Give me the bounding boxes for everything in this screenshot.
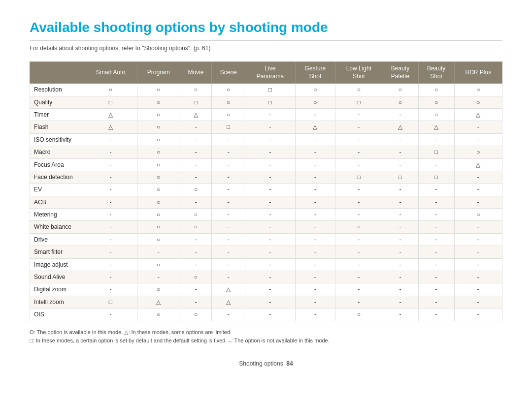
row-label-white-balance: White balance [30,221,84,233]
cell-r0-c7: ○ [382,84,418,96]
cell-r6-c3: - [212,158,245,171]
cell-r9-c7: - [382,196,418,208]
cell-r3-c0: △ [84,121,137,133]
cell-r4-c1: ○ [137,133,180,146]
cell-r16-c9: - [454,283,502,296]
cell-r14-c8: - [418,258,454,271]
cell-r18-c0: - [84,308,137,321]
header-empty [30,62,84,84]
cell-r4-c7: - [382,133,418,146]
legend: O: The option is available in this mode.… [30,328,502,345]
cell-r15-c6: - [335,271,382,283]
cell-r3-c7: △ [382,121,418,133]
cell-r15-c3: - [212,271,245,283]
cell-r18-c3: - [212,308,245,321]
footer-text: Shooting options [239,360,283,367]
cell-r12-c1: ○ [137,233,180,246]
row-label-digital-zoom: Digital zoom [30,283,84,296]
cell-r1-c5: ○ [295,96,335,108]
cell-r8-c7: - [382,184,418,196]
cell-r18-c8: - [418,308,454,321]
cell-r10-c9: ○ [454,209,502,221]
cell-r10-c3: - [212,209,245,221]
cell-r18-c9: - [454,308,502,321]
cell-r17-c3: △ [212,296,245,308]
row-label-intelli-zoom: Intelli zoom [30,296,84,308]
cell-r8-c2: ○ [180,184,212,196]
cell-r8-c3: - [212,184,245,196]
cell-r16-c1: ○ [137,283,180,296]
row-label-focus-area: Focus Area [30,158,84,171]
cell-r11-c6: ○ [335,221,382,233]
cell-r1-c8: ○ [418,96,454,108]
cell-r9-c8: - [418,196,454,208]
cell-r4-c5: - [295,133,335,146]
cell-r4-c0: - [84,133,137,146]
cell-r14-c1: ○ [137,258,180,271]
cell-r7-c1: ○ [137,171,180,183]
cell-r4-c6: - [335,133,382,146]
cell-r14-c9: - [454,258,502,271]
cell-r12-c2: - [180,233,212,246]
cell-r5-c8: □ [418,146,454,158]
cell-r13-c5: - [295,246,335,258]
cell-r10-c0: - [84,209,137,221]
cell-r8-c8: - [418,184,454,196]
cell-r6-c7: - [382,158,418,171]
cell-r7-c6: □ [335,171,382,183]
cell-r14-c6: - [335,258,382,271]
legend-line2: □: In these modes, a certain option is s… [30,337,502,345]
cell-r3-c3: □ [212,121,245,133]
table-row: Digital zoom-○-△------ [30,283,502,296]
row-label-image-adjust: Image adjust [30,258,84,271]
cell-r15-c7: - [382,271,418,283]
table-row: ACB-○-------- [30,196,502,208]
cell-r7-c8: □ [418,171,454,183]
cell-r17-c6: - [335,296,382,308]
cell-r9-c6: - [335,196,382,208]
table-row: Flash△○-□-△-△△- [30,121,502,133]
cell-r14-c4: - [245,258,296,271]
cell-r7-c3: - [212,171,245,183]
cell-r2-c0: △ [84,108,137,121]
cell-r12-c6: - [335,233,382,246]
header-beauty_shot: BeautyShot [418,62,454,84]
cell-r5-c2: - [180,146,212,158]
cell-r2-c7: - [382,108,418,121]
cell-r5-c9: ○ [454,146,502,158]
cell-r9-c9: - [454,196,502,208]
row-label-drive: Drive [30,233,84,246]
cell-r9-c0: - [84,196,137,208]
cell-r3-c8: △ [418,121,454,133]
cell-r17-c4: - [245,296,296,308]
cell-r2-c8: ○ [418,108,454,121]
cell-r13-c7: - [382,246,418,258]
row-label-acb: ACB [30,196,84,208]
cell-r12-c5: - [295,233,335,246]
cell-r12-c8: - [418,233,454,246]
cell-r9-c3: - [212,196,245,208]
cell-r9-c2: - [180,196,212,208]
cell-r17-c0: □ [84,296,137,308]
cell-r2-c5: - [295,108,335,121]
cell-r2-c9: △ [454,108,502,121]
row-label-ois: OIS [30,308,84,321]
cell-r0-c1: ○ [137,84,180,96]
cell-r13-c4: - [245,246,296,258]
cell-r11-c4: - [245,221,296,233]
cell-r12-c3: - [212,233,245,246]
row-label-macro: Macro [30,146,84,158]
cell-r10-c5: - [295,209,335,221]
cell-r5-c1: ○ [137,146,180,158]
row-label-quality: Quality [30,96,84,108]
cell-r17-c5: - [295,296,335,308]
cell-r1-c9: ○ [454,96,502,108]
cell-r7-c0: - [84,171,137,183]
cell-r9-c4: - [245,196,296,208]
cell-r6-c2: - [180,158,212,171]
page-number: 84 [286,360,293,367]
cell-r3-c6: - [335,121,382,133]
cell-r18-c4: - [245,308,296,321]
cell-r5-c4: - [245,146,296,158]
cell-r9-c5: - [295,196,335,208]
